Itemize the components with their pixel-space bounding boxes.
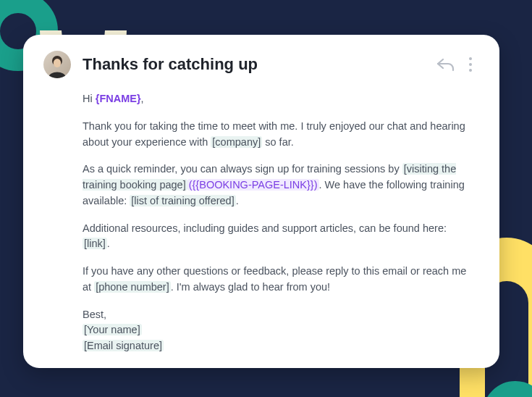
closing: Best,: [83, 309, 106, 320]
text: Additional resources, including guides a…: [83, 222, 447, 234]
merge-field-booking-link: ({{BOOKING-PAGE-LINK}}): [187, 179, 319, 191]
avatar: [43, 51, 71, 78]
text: ,: [141, 93, 144, 104]
text: As a quick reminder, you can always sign…: [83, 163, 402, 175]
email-subject: Thanks for catching up: [83, 55, 424, 74]
text: . I'm always glad to hear from you!: [171, 281, 330, 293]
text: .: [236, 195, 239, 206]
paragraph-1: Thank you for taking the time to meet wi…: [83, 119, 476, 151]
header-actions: [436, 56, 476, 73]
paragraph-4: If you have any other questions or feedb…: [83, 264, 476, 296]
text: so far.: [262, 136, 294, 148]
greeting-line: Hi {FNAME},: [83, 91, 476, 107]
placeholder-training-list: [list of training offered]: [130, 195, 235, 206]
text: .: [107, 238, 110, 249]
paragraph-2: As a quick reminder, you can always sign…: [83, 162, 476, 209]
email-card: Thanks for catching up Hi {FNAME}, Thank…: [23, 35, 499, 368]
paragraph-3: Additional resources, including guides a…: [83, 221, 476, 253]
reply-icon[interactable]: [436, 57, 455, 72]
placeholder-phone: [phone number]: [94, 281, 171, 293]
placeholder-link: [link]: [83, 238, 107, 249]
svg-point-1: [54, 59, 61, 67]
signature-block: Best, [Your name] [Email signature]: [83, 307, 476, 354]
email-header: Thanks for catching up: [43, 51, 476, 78]
placeholder-your-name: [Your name]: [83, 324, 142, 335]
more-icon[interactable]: [465, 56, 476, 73]
text: Hi: [83, 93, 96, 104]
email-body: Hi {FNAME}, Thank you for taking the tim…: [43, 91, 476, 354]
placeholder-company: [company]: [211, 136, 262, 148]
placeholder-email-signature: [Email signature]: [83, 340, 164, 351]
merge-field-fname: {FNAME}: [96, 93, 141, 104]
